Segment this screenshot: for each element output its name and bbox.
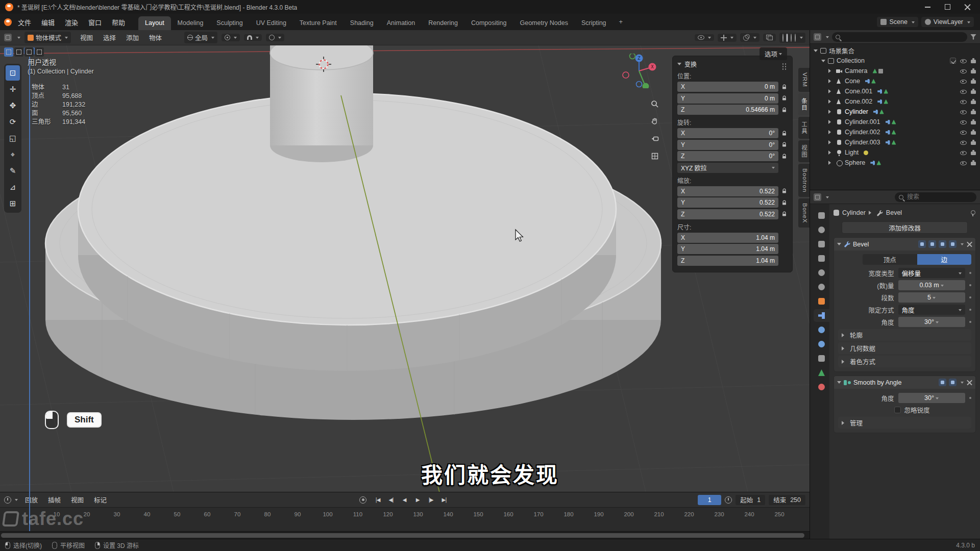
timeline-frame-tick[interactable]: 240 <box>744 511 754 517</box>
hide-viewport-eye-icon[interactable] <box>960 139 966 146</box>
editor-type-icon[interactable] <box>4 34 12 41</box>
tool-add-cube[interactable]: ⊞ <box>6 196 20 211</box>
tool-annotate[interactable]: ✎ <box>6 163 20 179</box>
timeline-menu-item[interactable]: 插帧 <box>43 493 66 507</box>
hide-viewport-eye-icon[interactable] <box>960 149 966 156</box>
disable-render-camera-icon[interactable] <box>970 149 976 156</box>
bevel-mode-segment[interactable]: 边 <box>917 254 972 265</box>
workspace-tab[interactable]: Layout <box>138 16 171 30</box>
tab-output[interactable] <box>814 238 829 251</box>
tab-modifiers[interactable] <box>814 309 829 322</box>
current-frame-field[interactable]: 1 <box>698 495 721 505</box>
expand-icon[interactable] <box>828 69 833 73</box>
preview-range-clock-icon[interactable] <box>725 496 732 504</box>
transform-field[interactable]: Z0° <box>677 151 778 161</box>
menu-item[interactable]: 选择 <box>98 31 121 44</box>
maximize-button[interactable] <box>944 4 951 10</box>
disable-render-camera-icon[interactable] <box>970 109 976 115</box>
workspace-tab[interactable]: Modeling <box>171 16 210 30</box>
rotation-mode-dropdown[interactable]: XYZ 欧拉 <box>677 163 778 173</box>
timeline-menu-item[interactable]: 回放 <box>20 493 43 507</box>
collection-checkbox[interactable] <box>950 58 956 64</box>
lock-icon[interactable] <box>781 142 788 147</box>
outliner-object-row[interactable]: Light <box>811 147 979 158</box>
modifier-property-field[interactable]: 0.03 m <box>898 280 965 290</box>
select-mode-new[interactable] <box>4 47 13 57</box>
ignore-sharpness-checkbox[interactable] <box>894 407 901 413</box>
options-button[interactable]: 选项 <box>760 47 787 60</box>
lock-icon[interactable] <box>781 84 788 90</box>
navigation-gizmo[interactable]: Z X <box>622 54 656 88</box>
disable-render-camera-icon[interactable] <box>970 58 976 64</box>
tool-transform[interactable]: ⌖ <box>6 147 20 162</box>
outliner-object-row[interactable]: Cone.002 <box>811 96 979 107</box>
lock-icon[interactable] <box>781 107 788 113</box>
timeline-frame-tick[interactable]: 190 <box>594 511 603 517</box>
timeline-frame-tick[interactable]: 170 <box>533 511 543 517</box>
hide-viewport-eye-icon[interactable] <box>960 129 966 136</box>
prev-keyframe-button[interactable]: ◀| <box>385 495 397 505</box>
overlays-dropdown[interactable] <box>740 33 760 42</box>
sidebar-tab[interactable]: 条目 <box>798 93 810 115</box>
lock-icon[interactable] <box>781 188 788 194</box>
collapse-icon[interactable] <box>837 381 841 386</box>
collapsed-subpanel[interactable]: 轮廓 <box>838 329 971 341</box>
minimize-button[interactable] <box>924 4 931 10</box>
transform-field[interactable]: Z1.04 m <box>677 256 778 266</box>
tool-scale[interactable]: ◱ <box>6 131 20 146</box>
timeline-menu-item[interactable]: 标记 <box>89 493 112 507</box>
timeline-frame-tick[interactable]: 200 <box>624 511 633 517</box>
mode-selector[interactable]: 物体模式 <box>24 32 71 43</box>
workspace-tab[interactable]: Compositing <box>464 16 513 30</box>
tab-tool[interactable] <box>814 209 829 222</box>
outliner-object-row[interactable]: Camera <box>811 66 979 76</box>
shading-solid-button[interactable] <box>786 34 788 42</box>
tab-physics[interactable] <box>814 338 829 350</box>
collapse-icon[interactable] <box>821 60 825 64</box>
smooth-modifier-header[interactable]: Smooth by Angle <box>834 376 975 389</box>
filter-icon[interactable] <box>970 34 976 40</box>
sidebar-tab[interactable]: BoneX <box>798 198 810 228</box>
jump-to-start-button[interactable]: |◀ <box>372 495 384 505</box>
expand-icon[interactable] <box>828 79 833 83</box>
transform-field[interactable]: Z0.522 <box>677 209 778 219</box>
collapse-icon[interactable] <box>677 63 681 67</box>
pivot-point-selector[interactable] <box>222 34 240 41</box>
menu-item[interactable]: 物体 <box>144 31 167 44</box>
drag-handle-icon[interactable] <box>782 63 784 65</box>
menu-item[interactable]: 编辑 <box>36 15 60 29</box>
timeline-frame-tick[interactable]: 210 <box>654 511 664 517</box>
timeline-frame-tick[interactable]: 40 <box>144 511 151 517</box>
play-button[interactable]: ▶ <box>411 495 424 505</box>
timeline-editor-icon[interactable] <box>4 496 11 504</box>
sidebar-tab[interactable]: Bootron <box>798 164 810 197</box>
toggle-realtime-icon[interactable] <box>939 379 946 386</box>
play-reverse-button[interactable]: ◀ <box>398 495 410 505</box>
jump-to-end-button[interactable]: ▶| <box>438 495 450 505</box>
modifier-property-field[interactable]: 偏移量 <box>898 268 965 278</box>
outliner-object-row[interactable]: Cylinder.003 <box>811 137 979 147</box>
expand-icon[interactable] <box>828 140 833 144</box>
disable-render-camera-icon[interactable] <box>970 68 976 74</box>
sidebar-tab[interactable]: 工具 <box>798 117 810 139</box>
outliner-object-row[interactable]: Cylinder.001 <box>811 117 979 127</box>
hide-viewport-eye-icon[interactable] <box>960 98 966 105</box>
collapsed-subpanel[interactable]: 管理 <box>838 417 971 429</box>
viewport-canvas[interactable]: ⊡✛✥⟳◱⌖✎⊿⊞ 用户透视 (1) Collection | Cylinder… <box>0 45 810 492</box>
expand-icon[interactable] <box>828 161 833 165</box>
sidebar-tab[interactable]: VRM <box>798 68 810 92</box>
menu-item[interactable]: 视图 <box>75 31 98 44</box>
blender-menu-icon[interactable] <box>4 18 12 26</box>
lock-icon[interactable] <box>781 211 788 217</box>
timeline-frame-tick[interactable]: 180 <box>564 511 573 517</box>
lock-icon[interactable] <box>781 131 788 136</box>
timeline-frame-tick[interactable]: 80 <box>264 511 271 517</box>
workspace-tab[interactable]: Geometry Nodes <box>513 16 574 30</box>
transform-field[interactable]: Z0.54666 m <box>677 105 778 115</box>
timeline-frame-tick[interactable]: 120 <box>383 511 393 517</box>
disable-render-camera-icon[interactable] <box>970 88 976 95</box>
disable-render-camera-icon[interactable] <box>970 78 976 85</box>
bevel-mode-segment[interactable]: 顶点 <box>863 254 917 265</box>
next-keyframe-button[interactable]: |▶ <box>425 495 437 505</box>
proportional-editing-toggle[interactable] <box>266 34 284 41</box>
